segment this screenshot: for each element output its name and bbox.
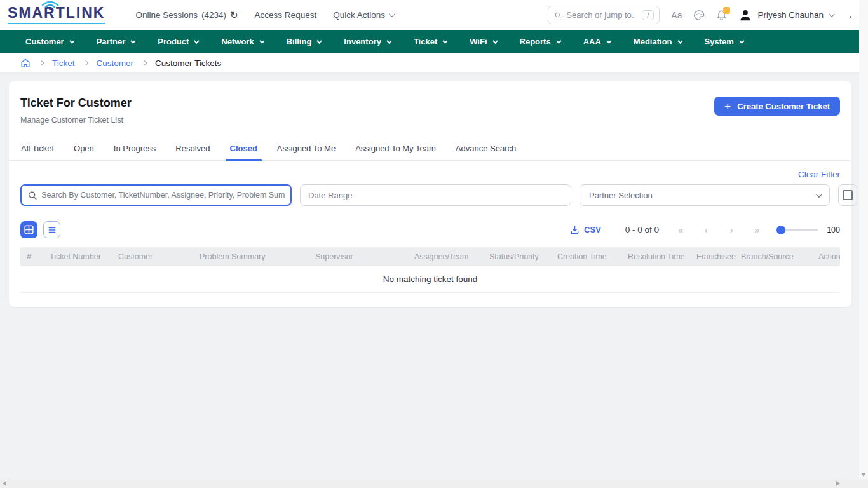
first-page-button[interactable]: « xyxy=(668,224,693,235)
breadcrumb-separator-icon xyxy=(39,60,44,65)
partner-filter-checkbox[interactable] xyxy=(838,184,857,206)
clear-filter-link[interactable]: Clear Filter xyxy=(798,170,840,179)
breadcrumb-customer[interactable]: Customer xyxy=(97,58,134,68)
tab-all-ticket[interactable]: All Ticket xyxy=(20,139,55,160)
chevron-down-icon xyxy=(259,38,264,43)
next-page-button[interactable]: › xyxy=(719,224,744,235)
col-problem-summary: Problem Summary xyxy=(200,252,315,261)
create-customer-ticket-button[interactable]: + Create Customer Ticket xyxy=(714,97,840,116)
nav-reports[interactable]: Reports xyxy=(520,37,560,46)
col-branch-source: Branch/Source xyxy=(741,252,818,261)
last-page-button[interactable]: » xyxy=(744,224,770,235)
nav-partner[interactable]: Partner xyxy=(97,37,135,46)
checkbox-icon xyxy=(843,190,853,200)
ticket-list-card: Ticket For Customer Manage Customer Tick… xyxy=(9,81,851,307)
notifications-bell-icon[interactable] xyxy=(716,10,727,21)
download-icon xyxy=(570,225,580,234)
page-size-value: 100 xyxy=(827,226,840,234)
ticket-search-field[interactable] xyxy=(20,184,292,206)
refresh-icon[interactable]: ↻ xyxy=(230,10,238,21)
chevron-down-icon xyxy=(442,38,447,43)
home-icon[interactable] xyxy=(20,58,31,68)
nav-system[interactable]: System xyxy=(705,37,743,46)
nav-network[interactable]: Network xyxy=(221,37,262,46)
col-index: # xyxy=(27,252,50,261)
col-resolution-time: Resolution Time xyxy=(628,252,696,261)
tab-closed[interactable]: Closed xyxy=(229,139,258,160)
scroll-right-arrow-icon[interactable] xyxy=(836,481,840,486)
date-range-input[interactable] xyxy=(300,184,571,206)
export-csv-button[interactable]: CSV xyxy=(570,225,601,234)
horizontal-scrollbar[interactable] xyxy=(0,479,868,488)
collapse-header-arrow[interactable]: ← xyxy=(847,8,859,22)
col-action: Action xyxy=(818,252,840,261)
chevron-down-icon xyxy=(677,38,682,43)
page-subtitle: Manage Customer Ticket List xyxy=(20,116,132,125)
breadcrumb-separator-icon xyxy=(142,60,147,65)
nav-product[interactable]: Product xyxy=(158,37,198,46)
slider-track[interactable] xyxy=(777,229,818,231)
nav-ticket[interactable]: Ticket xyxy=(414,37,446,46)
ticket-search-input[interactable] xyxy=(41,191,285,200)
col-status-priority: Status/Priority xyxy=(489,252,557,261)
tickets-table: # Ticket Number Customer Problem Summary… xyxy=(9,238,851,293)
page-size-slider[interactable]: 100 xyxy=(777,226,840,234)
tab-resolved[interactable]: Resolved xyxy=(175,139,210,160)
online-sessions[interactable]: Online Sessions (4234) ↻ xyxy=(135,10,238,21)
slash-shortcut-badge: / xyxy=(642,10,654,20)
user-menu[interactable]: Priyesh Chauhan xyxy=(738,8,833,22)
access-request-link[interactable]: Access Request xyxy=(255,10,317,20)
tab-open[interactable]: Open xyxy=(73,139,95,160)
tab-advance-search[interactable]: Advance Search xyxy=(455,139,517,160)
table-toolbar: CSV 0 - 0 of 0 « ‹ › » 100 xyxy=(9,206,851,238)
breadcrumb-separator-icon xyxy=(83,60,88,65)
breadcrumb-ticket[interactable]: Ticket xyxy=(52,58,75,68)
search-icon xyxy=(555,11,561,20)
theme-palette-icon[interactable] xyxy=(693,10,705,21)
col-creation-time: Creation Time xyxy=(557,252,628,261)
scroll-down-arrow-icon[interactable] xyxy=(861,473,866,477)
chevron-down-icon xyxy=(69,38,74,43)
page-title: Ticket For Customer xyxy=(20,97,132,110)
nav-customer[interactable]: Customer xyxy=(25,37,73,46)
nav-billing[interactable]: Billing xyxy=(287,37,321,46)
col-franchisee: Franchisee xyxy=(696,252,741,261)
font-size-toggle[interactable]: Aa xyxy=(671,10,682,20)
chevron-down-icon xyxy=(492,38,498,43)
chevron-down-icon xyxy=(816,191,822,198)
online-sessions-count: (4234) xyxy=(201,10,226,20)
empty-state-message: No matching ticket found xyxy=(20,266,840,293)
chevron-down-icon xyxy=(194,38,200,43)
list-view-button[interactable] xyxy=(43,221,60,238)
nav-aaa[interactable]: AAA xyxy=(583,37,610,46)
chevron-down-icon xyxy=(606,38,611,43)
tab-assigned-to-me[interactable]: Assigned To Me xyxy=(276,139,336,160)
tab-in-progress[interactable]: In Progress xyxy=(113,139,156,160)
partner-selection-dropdown[interactable]: Partner Selection xyxy=(580,184,830,206)
chevron-down-icon xyxy=(386,38,391,43)
breadcrumb: Ticket Customer Customer Tickets xyxy=(0,53,868,73)
prev-page-button[interactable]: ‹ xyxy=(693,224,719,235)
nav-wifi[interactable]: WiFi xyxy=(470,37,496,46)
list-view-icon xyxy=(48,226,57,234)
grid-view-button[interactable] xyxy=(20,221,37,238)
global-search[interactable]: / xyxy=(548,6,660,24)
grid-view-icon xyxy=(24,225,34,234)
quick-actions-menu[interactable]: Quick Actions xyxy=(333,10,393,20)
avatar xyxy=(738,8,752,22)
slider-knob[interactable] xyxy=(776,226,785,234)
vertical-scrollbar[interactable] xyxy=(859,0,868,479)
scroll-left-arrow-icon[interactable] xyxy=(3,481,6,486)
chevron-down-icon xyxy=(829,11,835,17)
global-search-input[interactable] xyxy=(566,10,637,20)
nav-mediation[interactable]: Mediation xyxy=(634,37,681,46)
table-header-row: # Ticket Number Customer Problem Summary… xyxy=(20,247,840,266)
nav-inventory[interactable]: Inventory xyxy=(344,37,390,46)
notification-badge xyxy=(723,7,730,14)
search-icon xyxy=(28,191,37,200)
smartlink-logo[interactable]: SMARTLINK xyxy=(8,6,105,24)
col-customer: Customer xyxy=(118,252,200,261)
user-name: Priyesh Chauhan xyxy=(757,10,824,20)
tab-assigned-to-my-team[interactable]: Assigned To My Team xyxy=(355,139,437,160)
ticket-tabs: All Ticket Open In Progress Resolved Clo… xyxy=(9,139,851,161)
